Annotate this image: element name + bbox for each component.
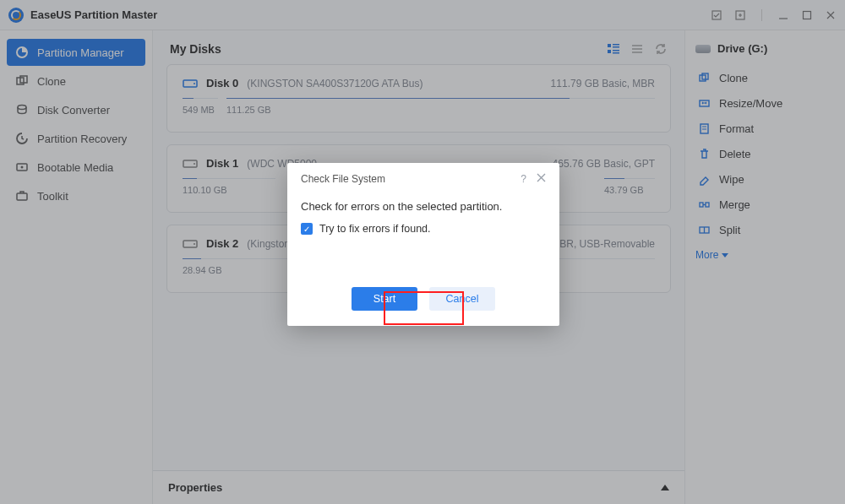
close-icon[interactable]: [537, 173, 546, 185]
check-filesystem-dialog: Check File System ? Check for errors on …: [287, 163, 559, 326]
dialog-message: Check for errors on the selected partiti…: [301, 200, 546, 213]
cancel-button[interactable]: Cancel: [429, 287, 495, 311]
help-icon[interactable]: ?: [521, 173, 526, 185]
dialog-title: Check File System: [301, 173, 385, 185]
start-button[interactable]: Start: [352, 287, 417, 311]
fix-errors-checkbox[interactable]: ✓: [301, 223, 313, 235]
checkbox-label: Try to fix errors if found.: [319, 223, 431, 235]
